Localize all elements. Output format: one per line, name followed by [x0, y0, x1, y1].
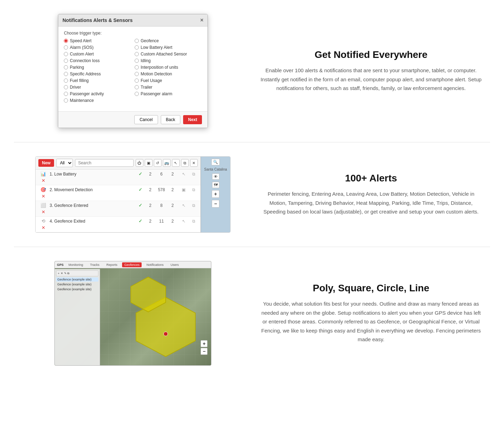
trigger-speed-alert[interactable]: Speed Alert: [64, 38, 131, 43]
nav-reports[interactable]: Reports: [104, 262, 120, 267]
trigger-geofence[interactable]: Geofence: [135, 38, 202, 43]
action-icon-1[interactable]: ↖: [179, 172, 189, 177]
trigger-motion-detection[interactable]: Motion Detection: [135, 72, 202, 76]
svg-marker-2: [131, 277, 166, 312]
cancel-button[interactable]: Cancel: [134, 115, 158, 124]
copy-action-2[interactable]: ⧉: [190, 187, 198, 192]
modal-footer: Cancel Back Next: [58, 111, 208, 128]
trigger-idling[interactable]: Idling: [135, 58, 202, 63]
trigger-passenger-alarm[interactable]: Passenger alarm: [135, 91, 202, 96]
nav-tracks[interactable]: Tracks: [88, 262, 101, 267]
trigger-label-motion: Motion Detection: [141, 72, 172, 76]
eye-icon[interactable]: 👁: [212, 173, 219, 180]
trigger-interposition[interactable]: Interposition of units: [135, 65, 202, 70]
action-icon-3[interactable]: ↖: [179, 203, 189, 208]
trigger-connection-loss[interactable]: Connection loss: [64, 58, 131, 63]
trigger-specific-address[interactable]: Specific Address: [64, 72, 131, 76]
radio-icon: [64, 98, 68, 103]
trigger-label-speed: Speed Alert: [70, 38, 91, 43]
copy-icon[interactable]: ⧉: [181, 159, 189, 167]
trigger-low-battery[interactable]: Low Battery Alert: [135, 45, 202, 50]
delete-icon-1[interactable]: ✕: [38, 178, 48, 183]
geo-item-1[interactable]: Geofence (example site): [56, 277, 98, 282]
alerts-toolbar: New All ⏻ ▣ ↺ 🚌 ↖ ⧉ ✕: [36, 157, 201, 170]
section3-image: GPS Monitoring Tracks Reports Geofences …: [21, 261, 245, 366]
trigger-label-driver: Driver: [70, 85, 81, 90]
action-icon-4[interactable]: ↖: [179, 219, 189, 224]
trigger-passenger-activity[interactable]: Passenger activity: [64, 91, 131, 96]
zoom-in-geo[interactable]: +: [201, 340, 208, 347]
zoom-out-btn[interactable]: −: [212, 200, 219, 208]
section2-image: New All ⏻ ▣ ↺ 🚌 ↖ ⧉ ✕: [21, 156, 245, 233]
alerts-panel-map: New All ⏻ ▣ ↺ 🚌 ↖ ⧉ ✕: [35, 156, 231, 233]
nav-geofences[interactable]: Geofences: [122, 262, 142, 267]
map-panel: 🔍 Santa Catalina 👁 🗺 + −: [201, 157, 230, 232]
close-icon[interactable]: ✕: [190, 159, 198, 167]
radio-icon: [64, 72, 68, 76]
map-search-btn[interactable]: 🔍: [211, 159, 220, 165]
geo-left-panel: ＋ ✕ ✎ ⧉ Geofence (example site) Geofence…: [55, 269, 100, 365]
next-button[interactable]: Next: [183, 115, 202, 124]
trigger-alarm-sos[interactable]: Alarm (SOS): [64, 45, 131, 50]
nav-notifications[interactable]: Notifications: [144, 262, 166, 267]
copy-action-3[interactable]: ⧉: [190, 203, 198, 208]
alert-row-4: ⟲ 4. Geofence Exited ✓ 2 11 2 ↖ ⧉ ✕: [36, 217, 201, 232]
trigger-fuel-filling[interactable]: Fuel filling: [64, 78, 131, 83]
trigger-label-parking: Parking: [70, 65, 84, 70]
circle-target-icon: 🎯: [38, 187, 48, 192]
trigger-parking[interactable]: Parking: [64, 65, 131, 70]
close-icon[interactable]: ×: [200, 17, 203, 23]
cursor-icon[interactable]: ↖: [172, 159, 180, 167]
trigger-custom-alert[interactable]: Custom Alert: [64, 52, 131, 57]
num2-3: 8: [157, 203, 166, 208]
nav-monitoring[interactable]: Monitoring: [66, 262, 85, 267]
radio-icon: [64, 45, 68, 50]
trigger-driver[interactable]: Driver: [64, 85, 131, 90]
num2-2: 578: [157, 187, 166, 192]
trigger-label-maint: Maintenance: [70, 98, 94, 103]
radio-icon: [135, 45, 139, 50]
filter-select[interactable]: All: [56, 159, 73, 167]
display-icon[interactable]: ▣: [145, 159, 152, 167]
vehicle-icon[interactable]: 🚌: [163, 159, 171, 167]
zoom-out-geo[interactable]: −: [201, 348, 208, 355]
trigger-trailer[interactable]: Trailer: [135, 85, 202, 90]
copy-action-1[interactable]: ⧉: [190, 172, 198, 177]
radio-icon: [135, 39, 139, 43]
trigger-maintenance[interactable]: Maintenance: [64, 98, 131, 103]
radio-icon: [64, 85, 68, 89]
alert-name-2: 2. Movement Detection: [50, 187, 136, 192]
power-icon[interactable]: ⏻: [136, 159, 143, 167]
num3-2: 2: [168, 187, 178, 192]
action-icon-2[interactable]: ▣: [179, 187, 189, 192]
trigger-grid: Speed Alert Geofence Alarm (SOS) Low Bat…: [64, 38, 202, 103]
trigger-label-trailer: Trailer: [141, 85, 152, 90]
notifications-modal: Notifications Alerts & Sensors × Choose …: [58, 14, 208, 128]
num3-3: 2: [168, 203, 178, 208]
trigger-label-alarm: Alarm (SOS): [70, 45, 93, 50]
delete-icon-2[interactable]: ✕: [38, 194, 48, 199]
back-button[interactable]: Back: [161, 115, 181, 124]
copy-action-4[interactable]: ⧉: [190, 219, 198, 224]
check-icon-1: ✓: [137, 171, 144, 177]
zoom-in-btn[interactable]: +: [212, 190, 219, 198]
alert-row-1: 📊 1. Low Battery ✓ 2 6 2 ↖ ⧉ ✕: [36, 170, 201, 185]
num2-1: 6: [157, 172, 166, 177]
search-input[interactable]: [75, 159, 134, 167]
trigger-fuel-usage[interactable]: Fuel Usage: [135, 78, 202, 83]
alert-name-4: 4. Geofence Exited: [50, 219, 136, 224]
new-alert-button[interactable]: New: [38, 159, 54, 167]
delete-icon-3[interactable]: ✕: [38, 209, 48, 215]
trigger-custom-sensor[interactable]: Custom Attached Sensor: [135, 52, 202, 57]
alert-name-3: 3. Geofence Entered: [50, 203, 136, 208]
map-background: GPS Monitoring Tracks Reports Geofences …: [55, 261, 211, 365]
nav-users[interactable]: Users: [168, 262, 181, 267]
delete-icon-4[interactable]: ✕: [38, 225, 48, 230]
geo-item-3[interactable]: Geofence (example site): [56, 287, 98, 291]
radio-icon: [135, 52, 139, 56]
modal-title: Notifications Alerts & Sensors: [62, 17, 133, 23]
refresh-icon[interactable]: ↺: [154, 159, 161, 167]
map-icon[interactable]: 🗺: [212, 182, 219, 188]
geo-item-2[interactable]: Geofence (example site): [56, 282, 98, 286]
trigger-label-geofence: Geofence: [141, 38, 159, 43]
